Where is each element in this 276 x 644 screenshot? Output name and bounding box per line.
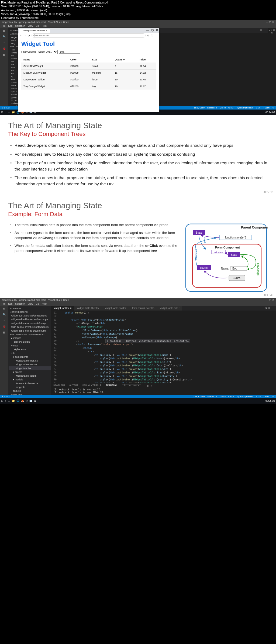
filter-column-select[interactable]: Select One...: [37, 50, 58, 54]
panel-tab-active[interactable]: TERMINAL: [106, 384, 117, 387]
page-content: Widget Tool Filter Column Select One... …: [18, 38, 159, 92]
search-icon[interactable]: 🔍: [3, 313, 6, 316]
window-controls[interactable]: — ▢ ✕: [266, 21, 274, 23]
open-editor-item[interactable]: widget-table-cols.ts src\ts\enums: [9, 329, 51, 333]
file-info-header: File: Mastering React and TypeScript, Pa…: [0, 0, 276, 20]
git-icon[interactable]: ⑂: [4, 319, 5, 322]
svg-text:Bob: Bob: [232, 267, 237, 270]
slide-bullet: The purpose of a user interface is typic…: [10, 160, 268, 172]
terminal-panel[interactable]: PROBLEMS OUTPUT DEBUG CONSOLE TERMINAL 1…: [51, 383, 276, 395]
editor-tab[interactable]: widget-table-row.tsx: [102, 306, 129, 311]
open-editor-item[interactable]: form-control-event.ts src\ts\models: [9, 325, 51, 329]
activity-bar[interactable]: 🗎 🔍 ⑂ 🐞 ▦: [0, 306, 8, 395]
editor-tab[interactable]: widget-table-filter.tsx: [74, 306, 102, 311]
col-color[interactable]: Color: [68, 57, 90, 63]
page-title: Widget Tool: [21, 40, 156, 47]
panel-tab[interactable]: PROBLEMS: [53, 384, 65, 387]
tree-item[interactable]: ▾ ts: [9, 351, 51, 355]
svg-text:onChange: onChange: [257, 263, 260, 276]
tree-item[interactable]: widget-table-filter.tsx: [9, 359, 51, 363]
tree-item[interactable]: ▾ components: [9, 355, 51, 359]
taskview-icon[interactable]: ▭: [8, 111, 10, 114]
col-qty[interactable]: Quantity: [113, 57, 137, 63]
open-editor-item[interactable]: widget-table-filter.tsx src\ts\compo...: [9, 318, 51, 321]
editor-tab[interactable]: widget-table-cols.t: [157, 306, 182, 311]
back-icon[interactable]: ←: [20, 34, 22, 37]
reload-icon[interactable]: ⟳: [28, 34, 30, 37]
tree-item[interactable]: index.html: [9, 393, 51, 395]
tree-item[interactable]: widget-table-cols.ts: [9, 374, 51, 378]
address-bar[interactable]: ⓘ localhost:3000: [32, 33, 146, 38]
browser-toolbar: ← → ⟳ ⓘ localhost:3000 ☆ 🛡 ⋮: [18, 33, 159, 38]
open-editor-item[interactable]: widget-tool.tsx src\ts\components: [9, 314, 51, 318]
tree-item[interactable]: widget.ts: [9, 385, 51, 389]
terminal-select[interactable]: 1: cmd.exe ▾: [122, 384, 141, 387]
extensions-icon[interactable]: ▦: [3, 331, 5, 334]
filter-input[interactable]: [59, 50, 80, 54]
code-editor[interactable]: 51 public render() { 52 53 return <div s…: [51, 311, 276, 383]
slide-title: The Art of Managing State: [8, 201, 268, 210]
star-icon[interactable]: ☆: [147, 34, 149, 37]
search-icon[interactable]: 🔍: [3, 35, 6, 38]
editor-actions[interactable]: ▦ …: [258, 28, 268, 33]
tree-item[interactable]: form-control-event.ts: [9, 381, 51, 385]
svg-text:Save: Save: [233, 276, 240, 280]
activity-bar[interactable]: 🗎 🔍 ⑂ 🐞 ▦: [0, 28, 8, 106]
start-icon[interactable]: ⊞: [1, 400, 3, 402]
col-name[interactable]: Name: [21, 57, 68, 63]
terminal-add-icon[interactable]: +: [143, 384, 145, 387]
open-editors-section[interactable]: ▾ OPEN EDITORS: [9, 310, 51, 314]
col-size[interactable]: Size: [90, 57, 113, 63]
vscode-menu[interactable]: FileEditSelectionViewGoHelp: [0, 24, 276, 28]
editor-right-actions[interactable]: ▸ + ▦ ✕: [268, 28, 276, 106]
tree-item[interactable]: widget-table-row.tsx: [9, 363, 51, 366]
files-icon[interactable]: 🗎: [3, 307, 5, 310]
editor-tab[interactable]: widget-tool.tsx ×: [51, 306, 74, 311]
editor-tab[interactable]: form-control-event.ts: [129, 306, 157, 311]
thumbnail-timestamp: 00:55:30: [265, 400, 275, 402]
col-price[interactable]: Price: [137, 57, 156, 63]
thumbnail-timestamp: 00:27:45: [263, 190, 273, 193]
vscode-menu[interactable]: FileEditSelectionViewGoHelp: [0, 302, 276, 306]
svg-text:State: State: [231, 253, 237, 256]
svg-text:Form Component: Form Component: [215, 246, 240, 249]
tree-item[interactable]: styles.scss: [9, 347, 51, 351]
tree-item[interactable]: placeholder.txt: [9, 340, 51, 344]
panel-tab[interactable]: DEBUG CONSOLE: [82, 384, 101, 387]
slide-bullet: For developers new to React (or any othe…: [10, 151, 268, 157]
slide-title: The Art of Managing State: [8, 121, 268, 130]
status-bar[interactable]: ⊘ 0 ⚠ 2 Ln 58, Col 40Spaces: 4 UTF-8CRLF…: [0, 395, 276, 398]
window-controls[interactable]: — ▢ ✕: [266, 299, 274, 301]
tree-item[interactable]: ▾ models: [9, 378, 51, 381]
cortana-icon[interactable]: ○: [5, 111, 6, 114]
browser-window-controls[interactable]: —▢✕: [146, 29, 158, 32]
shield-icon[interactable]: 🛡: [151, 34, 153, 37]
terminal-split-icon[interactable]: ▦: [147, 384, 148, 387]
vscode-window-2: widget-tool.tsx - getting-started-with-r…: [0, 298, 276, 404]
forward-icon[interactable]: →: [24, 34, 26, 37]
windows-taskbar[interactable]: ⊞ ○▭📁🌐🦊✉📧▣ 00:55:30: [0, 398, 276, 404]
tree-item[interactable]: ▾ scss: [9, 344, 51, 347]
editor-actions[interactable]: ▣ ▦ …: [263, 306, 276, 311]
git-icon[interactable]: ⑂: [4, 41, 5, 44]
slide-bullet: React developers often say very few comp…: [10, 142, 268, 148]
terminal-close-icon[interactable]: ✕: [150, 384, 152, 387]
svg-text:onClick: onClick: [200, 267, 208, 269]
open-editor-item[interactable]: widget-table-row.tsx src\ts\compo...: [9, 321, 51, 325]
tree-item[interactable]: ▸ images: [9, 336, 51, 340]
tree-item-selected[interactable]: widget-tool.tsx: [9, 366, 51, 370]
slide-bullet: The confusion arises in that props are i…: [10, 175, 268, 187]
tree-item[interactable]: app.tsx: [9, 389, 51, 393]
explorer-sidebar[interactable]: EXPLORER ▾ OPEN EDITORS widget-tool.tsx …: [8, 306, 51, 395]
tree-item[interactable]: ▾ enums: [9, 370, 51, 374]
menu-icon[interactable]: ⋮: [155, 34, 157, 37]
panel-tab[interactable]: OUTPUT: [69, 384, 78, 387]
start-icon[interactable]: ⊞: [1, 111, 3, 114]
parent-component-label: Parent Component: [241, 226, 268, 229]
files-icon[interactable]: 🗎: [3, 29, 5, 32]
browser-tab[interactable]: Getting Started with Rea ×: [19, 29, 50, 33]
extensions-icon[interactable]: ▦: [3, 53, 5, 56]
svg-text:State: State: [196, 231, 202, 234]
debug-icon[interactable]: 🐞: [3, 47, 6, 50]
debug-icon[interactable]: 🐞: [3, 325, 6, 328]
